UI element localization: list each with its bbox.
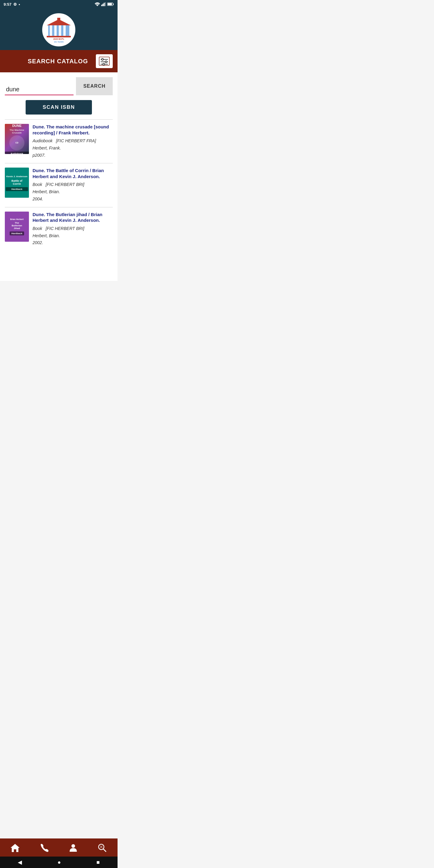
svg-rect-14 — [57, 18, 60, 21]
svg-rect-11 — [59, 25, 61, 36]
search-row: SEARCH — [5, 77, 113, 95]
svg-rect-1 — [102, 4, 103, 6]
scan-isbn-button[interactable]: SCAN ISBN — [26, 100, 92, 115]
notification-dot: • — [19, 2, 20, 7]
status-left: 9:57 ⚙ • — [4, 2, 20, 7]
search-underline — [5, 95, 73, 95]
filter-icon — [99, 57, 110, 66]
wifi-icon — [95, 2, 100, 6]
app-header: 2020 BCPL 101 YEARS SEARCH CATALOG — [0, 8, 118, 72]
svg-rect-2 — [104, 3, 104, 6]
battery-icon — [107, 2, 114, 6]
svg-rect-3 — [105, 2, 106, 6]
status-right — [95, 2, 114, 6]
svg-text:2020 BCPL: 2020 BCPL — [53, 38, 64, 40]
svg-rect-6 — [113, 4, 114, 5]
svg-text:101 YEARS: 101 YEARS — [54, 41, 64, 43]
time-display: 9:57 — [4, 2, 11, 7]
book-meta-1: Audiobook [FIC HERBERT FRA] Herbert, Fra… — [33, 137, 113, 159]
book-cover-3: Brian Herbert TheButlerianJihad Hardback — [5, 212, 29, 242]
search-button[interactable]: SEARCH — [76, 77, 113, 95]
library-logo: 2020 BCPL 101 YEARS — [42, 13, 75, 46]
status-bar: 9:57 ⚙ • — [0, 0, 118, 8]
svg-rect-5 — [107, 3, 112, 5]
list-item[interactable]: Kevin J. Anderson Battle ofCorrin Hardba… — [5, 163, 113, 207]
book-title-1: Dune. The machine crusade [sound recordi… — [33, 124, 113, 135]
svg-rect-12 — [63, 25, 66, 36]
book-title-3: Dune. The Butlerian jihad / Brian Herber… — [33, 212, 113, 223]
toolbar: SEARCH CATALOG — [0, 50, 118, 72]
page-title: SEARCH CATALOG — [20, 58, 96, 65]
search-input-wrap — [5, 77, 76, 95]
book-info-1: Dune. The machine crusade [sound recordi… — [33, 124, 113, 159]
search-input[interactable] — [5, 84, 73, 94]
svg-point-23 — [103, 63, 104, 65]
book-cover-2: Kevin J. Anderson Battle ofCorrin Hardba… — [5, 167, 29, 198]
book-cover-1: DUNE The Machine Crusade CD Audiobook — [5, 124, 29, 154]
svg-rect-13 — [47, 36, 71, 37]
filter-button[interactable] — [96, 54, 113, 68]
svg-rect-10 — [54, 25, 57, 36]
results-list: DUNE The Machine Crusade CD Audiobook Du… — [5, 119, 113, 251]
svg-point-21 — [105, 61, 107, 63]
svg-rect-9 — [50, 25, 52, 36]
list-item[interactable]: Brian Herbert TheButlerianJihad Hardback… — [5, 207, 113, 251]
book-info-2: Dune. The Battle of Corrin / Brian Herbe… — [33, 167, 113, 203]
svg-rect-0 — [101, 5, 102, 6]
book-meta-3: Book [FIC HERBERT BRI] Herbert, Brian. 2… — [33, 225, 113, 247]
book-meta-2: Book [FIC HERBERT BRI] Herbert, Brian. 2… — [33, 181, 113, 203]
book-title-2: Dune. The Battle of Corrin / Brian Herbe… — [33, 167, 113, 179]
book-info-3: Dune. The Butlerian jihad / Brian Herber… — [33, 212, 113, 247]
svg-point-19 — [101, 59, 103, 60]
list-item[interactable]: DUNE The Machine Crusade CD Audiobook Du… — [5, 119, 113, 163]
main-content: SEARCH SCAN ISBN DUNE The Machine Crusad… — [0, 72, 118, 281]
settings-icon: ⚙ — [13, 2, 17, 7]
signal-icon — [101, 2, 106, 6]
